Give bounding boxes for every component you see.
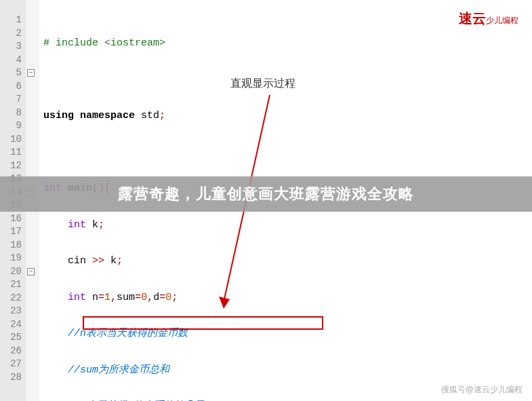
line-number: 23: [0, 305, 26, 318]
identifier: sum: [117, 292, 135, 303]
annotation-label: 直观显示过程: [230, 77, 295, 91]
line-number: 26: [0, 345, 26, 358]
semicolon: ;: [159, 110, 165, 121]
line-number: 2: [0, 27, 26, 41]
keyword-int: int: [68, 292, 86, 303]
overlay-banner: 露营奇趣，儿童创意画大班露营游戏全攻略: [0, 176, 532, 212]
keyword-int: int: [68, 219, 86, 231]
preprocessor: # include: [43, 37, 104, 49]
operator: >>: [92, 255, 104, 267]
line-number: 4: [0, 54, 26, 67]
identifier: d: [153, 292, 159, 303]
identifier: cin: [68, 255, 86, 267]
identifier: k: [92, 219, 98, 231]
line-number: 21: [0, 278, 26, 292]
line-number: 12: [0, 159, 26, 173]
semicolon: ;: [98, 219, 104, 231]
identifier: std: [141, 110, 159, 121]
line-number: 5: [0, 66, 26, 80]
line-number: 10: [0, 133, 26, 147]
line-number: 11: [0, 146, 26, 159]
line-number: 24: [0, 318, 26, 332]
line-number: 6: [0, 80, 26, 94]
line-number: 1: [0, 14, 26, 27]
line-number: 16: [0, 212, 26, 226]
number: 0: [141, 292, 147, 303]
identifier: k: [110, 255, 117, 267]
comma: ,: [147, 292, 153, 303]
comma: ,: [110, 292, 117, 303]
brand-main: 速云: [459, 11, 486, 26]
semicolon: ;: [117, 255, 123, 267]
include-lib: <iostream>: [104, 37, 165, 49]
identifier: n: [92, 292, 98, 303]
line-number: 25: [0, 331, 26, 345]
line-number: 9: [0, 119, 26, 133]
brand-sub: 少儿编程: [486, 16, 518, 25]
line-number: 17: [0, 225, 26, 239]
number: 0: [165, 292, 171, 303]
operator: =: [159, 292, 165, 303]
keyword-using: using: [43, 110, 74, 121]
semicolon: ;: [171, 292, 178, 303]
code-highlight-box: [83, 316, 323, 330]
fold-toggle-icon[interactable]: −: [27, 69, 35, 77]
fold-toggle-icon[interactable]: −: [27, 268, 35, 275]
comment: //sum为所求金币总和: [68, 364, 169, 376]
operator: =: [135, 292, 141, 303]
line-number: 20: [0, 265, 26, 279]
line-number: 28: [0, 371, 26, 385]
watermark: 搜狐号@速云少儿编程: [441, 384, 523, 396]
operator: =: [98, 292, 104, 303]
line-number: 19: [0, 252, 26, 265]
line-number: 7: [0, 93, 26, 107]
brand-logo: 速云少儿编程: [459, 9, 518, 28]
line-number: 18: [0, 239, 26, 252]
line-number: 22: [0, 292, 26, 305]
keyword-namespace: namespace: [80, 110, 135, 121]
line-number: 27: [0, 358, 26, 371]
line-number: 3: [0, 40, 26, 54]
line-number: 8: [0, 107, 26, 120]
number: 1: [104, 292, 110, 303]
